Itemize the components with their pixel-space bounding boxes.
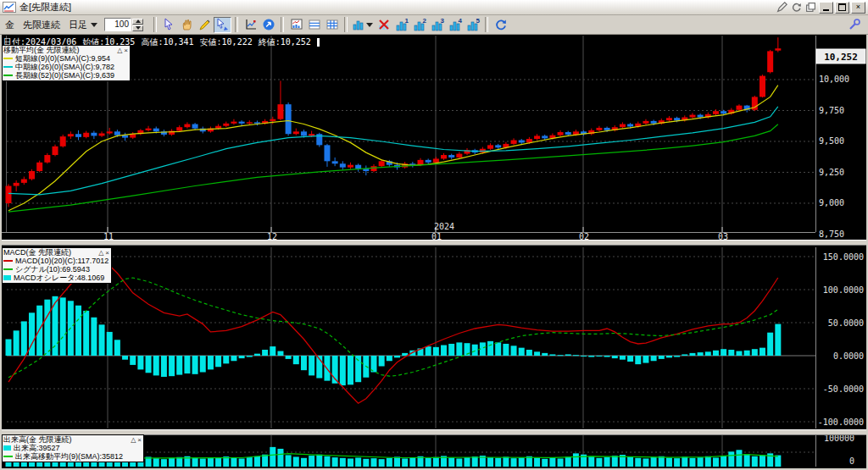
svg-text:150.0000: 150.0000 xyxy=(823,252,864,262)
sma-short-swatch xyxy=(3,58,13,59)
layout-grid-button[interactable] xyxy=(323,17,341,33)
pointer-draw-button[interactable] xyxy=(214,17,231,33)
preset-chart-5-button[interactable]: 5 xyxy=(464,17,481,33)
svg-text:10,000: 10,000 xyxy=(819,75,849,84)
volume-ma-swatch xyxy=(3,456,13,457)
timeframe-value: 日足 xyxy=(69,19,87,31)
legend-close-button[interactable]: × xyxy=(123,47,129,54)
preset-chart-2-button[interactable]: 2 xyxy=(410,17,428,33)
price-macd-volume-chart[interactable]: 10,0009,7509,5009,2509,0008,750150.00001… xyxy=(2,35,866,468)
remove-x-icon xyxy=(377,18,391,31)
cursor-arrow-icon xyxy=(163,18,176,31)
macd-oscillator-swatch xyxy=(3,275,11,280)
legend-item-label: 出来高:39527 xyxy=(14,444,60,452)
chart-area[interactable]: 10,0009,7509,5009,2509,0008,750150.00001… xyxy=(2,35,866,468)
draw-pencil-button[interactable] xyxy=(196,17,214,33)
legend-collapse-button[interactable]: △ xyxy=(116,47,123,54)
histogram-icon xyxy=(353,18,364,31)
legend-item-label: MACD(10)(20)(C):117.7012 xyxy=(15,257,108,265)
hand-pan-button[interactable] xyxy=(178,17,196,33)
svg-text:0.0000: 0.0000 xyxy=(833,351,864,361)
svg-text:100.0000: 100.0000 xyxy=(823,285,864,295)
preset-chart-3-button[interactable]: 3 xyxy=(428,17,446,33)
pencil-icon xyxy=(198,18,212,31)
ma-legend: 移動平均(金 先限連続) △ × 短期線(9)(0)(SMA)(C):9,954… xyxy=(2,45,131,81)
layout-rows-button[interactable] xyxy=(305,17,323,33)
add-indicator-button[interactable] xyxy=(351,17,375,33)
duplicate-window-icon[interactable] xyxy=(804,2,817,13)
signal-line-swatch xyxy=(3,268,13,270)
panel-splitter[interactable] xyxy=(2,240,866,246)
svg-text:0: 0 xyxy=(849,456,854,466)
sma-long-swatch xyxy=(3,75,13,76)
close-button[interactable]: × xyxy=(851,2,865,14)
bar-count-down-button[interactable] xyxy=(132,25,143,31)
legend-collapse-button[interactable]: △ xyxy=(97,249,104,257)
reload-button[interactable] xyxy=(492,17,509,33)
symbol-label: 金 xyxy=(5,19,14,31)
title-bar[interactable]: 金[先限連続] × xyxy=(0,0,868,15)
minimize-button[interactable] xyxy=(819,2,833,14)
chevron-down-icon xyxy=(366,23,373,27)
preset-chart-1-button[interactable]: 1 xyxy=(392,17,410,33)
legend-title: 移動平均(金 先限連続) xyxy=(3,46,116,54)
kline-window-button[interactable] xyxy=(242,17,259,33)
macd-legend: MACD(金 先限連続) △ × MACD(10)(20)(C):117.701… xyxy=(2,247,112,284)
svg-text:8,750: 8,750 xyxy=(819,229,844,239)
toolbar-separator xyxy=(485,17,488,32)
preset-number: 2 xyxy=(423,18,426,25)
sma-mid-swatch xyxy=(3,66,13,68)
preset-number: 3 xyxy=(441,18,444,25)
legend-item-label: 短期線(9)(0)(SMA)(C):9,954 xyxy=(15,54,110,63)
axis-chart-icon xyxy=(244,18,258,31)
series-label: 先限連続 xyxy=(23,19,60,31)
bar-count-up-button[interactable] xyxy=(132,19,143,25)
rows-grid-icon xyxy=(308,18,321,31)
preset-number: 4 xyxy=(459,18,462,25)
app-icon xyxy=(3,2,16,13)
down-arrow-icon xyxy=(136,26,141,30)
legend-item-label: 長期線(52)(0)(SMA)(C):9,639 xyxy=(15,71,114,80)
volume-swatch xyxy=(3,445,11,451)
refresh-window-icon[interactable] xyxy=(790,2,803,13)
macd-line-swatch xyxy=(3,260,13,262)
legend-close-button[interactable]: × xyxy=(104,249,110,257)
toolbar: 金 先限連続 日足 100 xyxy=(0,15,868,35)
grid-icon xyxy=(326,18,339,31)
settings-wrench-button[interactable] xyxy=(845,17,863,33)
maximize-icon xyxy=(838,3,846,11)
svg-text:9,000: 9,000 xyxy=(819,198,844,207)
legend-collapse-button[interactable]: △ xyxy=(130,436,136,444)
legend-item-label: 中期線(26)(0)(SMA)(C):9,782 xyxy=(15,63,114,71)
chevron-down-icon xyxy=(91,23,97,27)
preset-number: 1 xyxy=(405,18,409,25)
svg-text:2024: 2024 xyxy=(434,222,454,231)
close-icon: × xyxy=(856,3,860,11)
toolbar-separator xyxy=(235,17,238,32)
svg-text:-50.0000: -50.0000 xyxy=(823,384,864,394)
legend-item-label: 出来高移動平均(9)(SMA):35812 xyxy=(15,452,123,461)
remove-indicator-button[interactable] xyxy=(375,17,392,33)
minimize-icon xyxy=(823,9,829,11)
hand-icon xyxy=(181,18,194,31)
preset-chart-4-button[interactable]: 4 xyxy=(446,17,464,33)
legend-title: MACD(金 先限連続) xyxy=(3,248,97,257)
up-arrow-icon xyxy=(136,19,141,23)
info-close: 終値:10,252 xyxy=(259,36,311,48)
refresh-icon xyxy=(494,18,508,31)
chart-panel-icon xyxy=(290,18,303,31)
select-cursor-button[interactable] xyxy=(160,17,178,33)
timeframe-select[interactable]: 日足 xyxy=(69,19,97,31)
wrench-icon xyxy=(848,18,861,31)
legend-close-button[interactable]: × xyxy=(136,436,142,444)
circle-arrow-icon xyxy=(262,18,275,31)
legend-item-label: MACDオシレータ:48.1069 xyxy=(14,274,104,282)
bar-count-stepper[interactable]: 100 xyxy=(104,18,143,31)
legend-item-label: シグナル(10):69.5943 xyxy=(15,265,90,274)
svg-text:50.0000: 50.0000 xyxy=(828,318,864,328)
bar-count-value[interactable]: 100 xyxy=(104,18,131,31)
jump-latest-button[interactable] xyxy=(259,17,277,33)
annotate-icon[interactable] xyxy=(776,2,788,13)
maximize-button[interactable] xyxy=(835,2,849,14)
new-chart-button[interactable] xyxy=(287,17,305,33)
